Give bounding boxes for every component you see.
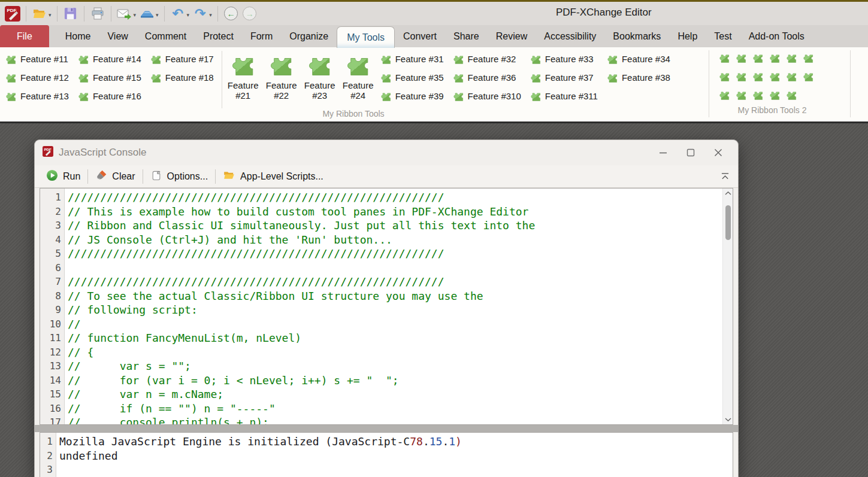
- clear-button[interactable]: Clear: [90, 167, 140, 186]
- puzzle-piece-icon: [380, 53, 392, 65]
- ribbon-feature-button[interactable]: Feature #31: [377, 52, 450, 66]
- puzzle-piece-icon: [231, 52, 256, 77]
- tab-accessibility[interactable]: Accessibility: [536, 25, 604, 47]
- redo-dropdown-icon[interactable]: ▾: [209, 12, 212, 18]
- tab-comment[interactable]: Comment: [137, 25, 195, 47]
- tab-file[interactable]: File: [0, 25, 49, 47]
- maximize-button[interactable]: [677, 143, 704, 162]
- ribbon-feature-button[interactable]: Feature #39: [377, 89, 450, 103]
- ribbon-group-my-ribbon-tools: Feature #11Feature #12Feature #13Feature…: [0, 47, 707, 121]
- scroll-up-icon[interactable]: [723, 189, 733, 198]
- navigate-back-icon[interactable]: ←: [223, 5, 240, 22]
- ribbon-feature-icon-button[interactable]: [769, 89, 781, 103]
- tab-review[interactable]: Review: [488, 25, 536, 47]
- ribbon-feature-button-large[interactable]: Feature #21: [224, 50, 262, 101]
- editor-code[interactable]: ////////////////////////////////////////…: [65, 189, 722, 424]
- ribbon-feature-button[interactable]: Feature #13: [2, 89, 75, 103]
- undo-icon[interactable]: ↶: [170, 5, 186, 22]
- tab-bookmarks[interactable]: Bookmarks: [604, 25, 669, 47]
- tab-organize[interactable]: Organize: [281, 25, 337, 47]
- console-titlebar[interactable]: PDF JavaScript Console: [35, 140, 738, 165]
- scan-icon[interactable]: [138, 5, 155, 22]
- ribbon-feature-icon-button[interactable]: [752, 52, 764, 66]
- ribbon-feature-icon-button[interactable]: [786, 52, 797, 66]
- redo-icon[interactable]: ↷: [192, 5, 208, 22]
- puzzle-piece-icon: [719, 52, 730, 63]
- tab-add-on-tools[interactable]: Add-on Tools: [740, 25, 813, 47]
- editor-scrollbar[interactable]: [722, 189, 733, 424]
- ribbon-feature-icon-button[interactable]: [719, 89, 730, 103]
- pdf-xchange-logo-icon[interactable]: PDF: [4, 5, 21, 22]
- scan-dropdown-icon[interactable]: ▾: [156, 12, 159, 18]
- code-line: // for (var i = 0; i < nLevel; i++) s +=…: [68, 373, 722, 388]
- tab-convert[interactable]: Convert: [395, 25, 445, 47]
- navigate-forward-icon[interactable]: →: [241, 5, 258, 22]
- ribbon-feature-button-large[interactable]: Feature #23: [301, 50, 339, 101]
- code-line: // var n = m.cName;: [68, 387, 722, 402]
- collapse-toolbar-icon[interactable]: [721, 172, 730, 180]
- scrollbar-thumb[interactable]: [725, 205, 731, 240]
- tab-view[interactable]: View: [99, 25, 136, 47]
- tab-help[interactable]: Help: [669, 25, 706, 47]
- ribbon-feature-icon-button[interactable]: [769, 71, 781, 84]
- ribbon-feature-button[interactable]: Feature #38: [604, 71, 676, 84]
- ribbon-feature-icon-button[interactable]: [769, 52, 781, 66]
- save-icon[interactable]: [62, 5, 79, 22]
- ribbon-feature-button[interactable]: Feature #16: [75, 89, 147, 103]
- ribbon-feature-button-large[interactable]: Feature #22: [262, 50, 301, 101]
- ribbon-feature-icon-button[interactable]: [736, 52, 747, 66]
- puzzle-piece-icon: [752, 52, 764, 63]
- tab-share[interactable]: Share: [445, 25, 488, 47]
- divider: [111, 6, 111, 22]
- ribbon-feature-button[interactable]: Feature #18: [147, 71, 220, 84]
- ribbon-feature-button[interactable]: Feature #15: [75, 71, 147, 84]
- editor-output-splitter[interactable]: [35, 425, 738, 432]
- ribbon-feature-button[interactable]: Feature #11: [2, 52, 75, 66]
- divider: [709, 50, 709, 117]
- run-button[interactable]: Run: [41, 167, 86, 186]
- tab-protect[interactable]: Protect: [195, 25, 242, 47]
- email-dropdown-icon[interactable]: ▾: [134, 12, 137, 18]
- console-output[interactable]: 123 Mozilla JavaScript Engine is initial…: [40, 432, 733, 477]
- app-level-scripts-button[interactable]: App-Level Scripts...: [217, 167, 329, 186]
- feature-label: Feature #39: [395, 91, 444, 101]
- open-dropdown-icon[interactable]: ▾: [49, 12, 52, 18]
- ribbon-feature-icon-button[interactable]: [719, 71, 730, 84]
- tab-home[interactable]: Home: [57, 25, 99, 47]
- print-icon[interactable]: [89, 5, 106, 22]
- ribbon-feature-button[interactable]: Feature #311: [527, 89, 604, 103]
- ribbon-feature-icon-button[interactable]: [736, 89, 747, 103]
- ribbon-feature-button[interactable]: Feature #34: [604, 52, 676, 66]
- ribbon-feature-button[interactable]: Feature #17: [147, 52, 220, 66]
- scroll-down-icon[interactable]: [723, 415, 733, 424]
- tab-test[interactable]: Test: [706, 25, 740, 47]
- ribbon-feature-icon-button[interactable]: [736, 71, 747, 84]
- tab-form[interactable]: Form: [242, 25, 281, 47]
- minimize-button[interactable]: [649, 143, 677, 162]
- feature-list-large: Feature #21Feature #22Feature #23Feature…: [224, 47, 377, 101]
- ribbon-feature-button[interactable]: Feature #12: [2, 71, 75, 84]
- open-file-icon[interactable]: [31, 5, 48, 22]
- ribbon-feature-button[interactable]: Feature #36: [450, 71, 527, 84]
- ribbon-feature-icon-button[interactable]: [786, 89, 797, 103]
- close-button[interactable]: [704, 143, 732, 162]
- ribbon-feature-button[interactable]: Feature #14: [75, 52, 147, 66]
- ribbon-feature-icon-button[interactable]: [786, 71, 797, 84]
- puzzle-piece-icon: [719, 71, 730, 82]
- tab-my-tools[interactable]: My Tools: [337, 26, 395, 48]
- script-editor[interactable]: 1234567891011121314151617 //////////////…: [40, 188, 733, 425]
- ribbon-feature-button[interactable]: Feature #32: [450, 52, 527, 66]
- ribbon-feature-button[interactable]: Feature #35: [377, 71, 450, 84]
- ribbon-feature-icon-button[interactable]: [752, 89, 764, 103]
- ribbon-feature-button[interactable]: Feature #37: [527, 71, 604, 84]
- ribbon-feature-icon-button[interactable]: [803, 52, 814, 66]
- ribbon-feature-icon-button[interactable]: [752, 71, 764, 84]
- ribbon-feature-icon-button[interactable]: [719, 52, 730, 66]
- options-button[interactable]: Options...: [145, 167, 213, 186]
- ribbon-feature-icon-button[interactable]: [803, 71, 814, 84]
- undo-dropdown-icon[interactable]: ▾: [187, 12, 190, 18]
- ribbon-feature-button[interactable]: Feature #33: [527, 52, 604, 66]
- ribbon-feature-button[interactable]: Feature #310: [450, 89, 527, 103]
- email-icon[interactable]: [116, 5, 133, 22]
- ribbon-feature-button-large[interactable]: Feature #24: [339, 50, 377, 101]
